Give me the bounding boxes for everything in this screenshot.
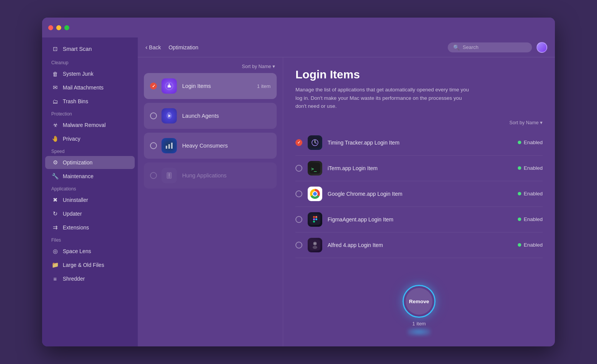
- main-content: ⊡ Smart Scan Cleanup 🗑 System Junk ✉ Mai…: [42, 37, 555, 346]
- list-panel: Sort by Name ▾ Login Items: [138, 57, 283, 346]
- maintenance-icon: 🔧: [51, 172, 59, 180]
- sidebar-item-label: Mail Attachments: [63, 84, 104, 91]
- sidebar-item-trash-bins[interactable]: 🗂 Trash Bins: [45, 95, 135, 108]
- launch-agents-radio[interactable]: [150, 112, 157, 119]
- sidebar-item-maintenance[interactable]: 🔧 Maintenance: [45, 170, 135, 183]
- back-button[interactable]: ‹ Back: [145, 44, 161, 51]
- sidebar-item-label: Smart Scan: [63, 46, 92, 52]
- figma-radio[interactable]: [295, 216, 302, 223]
- sidebar-item-label: Uninstaller: [63, 197, 88, 203]
- svg-rect-15: [310, 214, 320, 225]
- alfred-item-label: Alfred 4.app Login Item: [328, 242, 512, 248]
- main-window: ⊡ Smart Scan Cleanup 🗑 System Junk ✉ Mai…: [42, 18, 555, 346]
- figma-status-label: Enabled: [524, 216, 543, 222]
- iterm-radio[interactable]: [295, 165, 302, 172]
- timing-status-label: Enabled: [524, 140, 543, 145]
- list-item-launch-agents[interactable]: Launch Agents: [144, 103, 277, 129]
- sidebar-item-space-lens[interactable]: ◎ Space Lens: [45, 245, 135, 258]
- smart-scan-icon: ⊡: [51, 45, 59, 53]
- sidebar-item-system-junk[interactable]: 🗑 System Junk: [45, 67, 135, 80]
- sidebar-item-label: Trash Bins: [63, 98, 88, 104]
- right-panel: ‹ Back Optimization 🔍 Sort by Name ▾: [138, 37, 555, 346]
- iterm-app-icon: >_: [308, 161, 322, 176]
- sidebar-item-label: Shredder: [63, 276, 85, 282]
- sidebar-item-label: Large & Old Files: [63, 262, 104, 268]
- heavy-consumers-label: Heavy Consumers: [182, 143, 271, 149]
- section-label-speed: Speed: [42, 146, 138, 156]
- sidebar-item-mail-attachments[interactable]: ✉ Mail Attachments: [45, 81, 135, 94]
- large-old-files-icon: 📁: [51, 261, 59, 269]
- maximize-button[interactable]: [64, 25, 69, 30]
- sidebar-item-uninstaller[interactable]: ✖ Uninstaller: [45, 193, 135, 206]
- svg-point-24: [313, 246, 317, 249]
- svg-rect-17: [313, 218, 315, 220]
- sidebar-item-shredder[interactable]: ≡ Shredder: [45, 272, 135, 285]
- iterm-enabled-dot: [518, 166, 521, 170]
- sidebar-item-label: Optimization: [63, 159, 93, 166]
- sort-by-name[interactable]: Sort by Name ▾: [144, 63, 277, 69]
- login-item-iterm[interactable]: >_ iTerm.app Login Item Enabled: [295, 156, 543, 181]
- section-label-protection: Protection: [42, 108, 138, 118]
- sidebar-item-privacy[interactable]: 🤚 Privacy: [45, 132, 135, 145]
- svg-rect-5: [171, 143, 173, 149]
- timing-radio[interactable]: [295, 139, 302, 146]
- svg-rect-18: [313, 221, 315, 223]
- sidebar-item-label: Maintenance: [63, 173, 93, 179]
- panel-topbar: ‹ Back Optimization 🔍: [138, 37, 555, 57]
- remove-area: Remove 1 item: [403, 285, 436, 336]
- detail-panel: Login Items Manage the list of applicati…: [283, 57, 555, 346]
- uninstaller-icon: ✖: [51, 196, 59, 204]
- iterm-status-label: Enabled: [524, 165, 543, 171]
- remove-count-label: 1 item: [412, 321, 426, 327]
- login-item-figma[interactable]: FigmaAgent.app Login Item Enabled: [295, 207, 543, 232]
- search-bar[interactable]: 🔍: [448, 42, 532, 52]
- login-items-badge: 1 item: [257, 83, 271, 89]
- extensions-icon: ⇉: [51, 224, 59, 231]
- panel-body: Sort by Name ▾ Login Items: [138, 57, 555, 346]
- login-item-alfred[interactable]: Alfred 4.app Login Item Enabled: [295, 232, 543, 258]
- svg-rect-16: [313, 216, 315, 218]
- remove-button[interactable]: Remove: [406, 288, 432, 315]
- remove-button-outer[interactable]: Remove: [403, 285, 436, 318]
- sidebar-item-label: Malware Removal: [63, 122, 106, 128]
- svg-rect-3: [166, 146, 167, 149]
- list-item-heavy-consumers[interactable]: Heavy Consumers: [144, 133, 277, 159]
- launch-agents-icon: [161, 108, 177, 123]
- sidebar-item-label: Updater: [63, 211, 82, 217]
- minimize-button[interactable]: [56, 25, 61, 30]
- sidebar-item-extensions[interactable]: ⇉ Extensions: [45, 221, 135, 234]
- chrome-status-badge: Enabled: [518, 191, 543, 197]
- chrome-radio[interactable]: [295, 190, 302, 197]
- alfred-status-badge: Enabled: [518, 242, 543, 248]
- figma-app-icon: [308, 212, 322, 227]
- sidebar-item-optimization[interactable]: ⚙ Optimization: [45, 156, 135, 169]
- list-item-login-items[interactable]: Login Items 1 item: [144, 73, 277, 99]
- optimization-icon: ⚙: [51, 159, 59, 166]
- login-item-chrome[interactable]: Google Chrome.app Login Item Enabled: [295, 181, 543, 207]
- sidebar-item-malware-removal[interactable]: ☣ Malware Removal: [45, 119, 135, 132]
- login-item-timing[interactable]: Timing Tracker.app Login Item Enabled: [295, 130, 543, 156]
- login-items-radio[interactable]: [150, 83, 157, 89]
- close-button[interactable]: [48, 25, 53, 30]
- hung-applications-radio[interactable]: [150, 172, 157, 179]
- alfred-app-icon: [308, 238, 322, 252]
- heavy-consumers-radio[interactable]: [150, 142, 157, 149]
- login-items-label: Login Items: [182, 83, 257, 89]
- svg-point-23: [314, 243, 316, 244]
- sidebar-item-label: System Junk: [63, 71, 93, 77]
- sidebar-item-large-old-files[interactable]: 📁 Large & Old Files: [45, 258, 135, 271]
- figma-enabled-dot: [518, 218, 521, 221]
- sidebar-item-updater[interactable]: ↻ Updater: [45, 207, 135, 220]
- user-avatar[interactable]: [537, 42, 547, 53]
- search-input[interactable]: [463, 44, 524, 50]
- timing-enabled-dot: [518, 141, 521, 144]
- back-chevron-icon: ‹: [145, 44, 147, 51]
- chrome-status-label: Enabled: [524, 191, 543, 197]
- alfred-status-label: Enabled: [524, 242, 543, 248]
- sidebar-item-smart-scan[interactable]: ⊡ Smart Scan: [45, 42, 135, 55]
- alfred-radio[interactable]: [295, 242, 302, 249]
- title-bar: [42, 18, 555, 37]
- system-junk-icon: 🗑: [51, 70, 59, 78]
- detail-sort[interactable]: Sort by Name ▾: [295, 120, 543, 125]
- list-item-hung-applications[interactable]: Hung Applications: [144, 162, 277, 188]
